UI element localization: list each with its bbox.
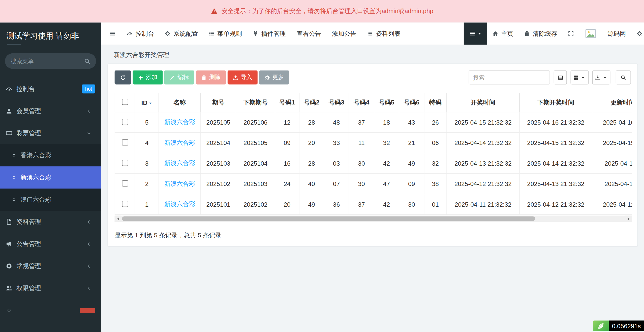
export-dropdown-button[interactable]: [592, 70, 610, 84]
column-header-next-issue[interactable]: 下期期号: [236, 93, 275, 112]
trash-icon: [201, 75, 207, 80]
nav-add-announcement[interactable]: 添加公告: [327, 23, 362, 45]
column-header-n5[interactable]: 号码5: [374, 93, 399, 112]
pencil-icon: [170, 75, 175, 80]
row-checkbox[interactable]: [122, 201, 128, 207]
cell-n3: 07: [324, 174, 349, 194]
cell-update-time: 2025-04-12 20: [592, 194, 632, 214]
sidebar-toggle-button[interactable]: [104, 23, 122, 45]
select-all-checkbox[interactable]: [122, 99, 128, 105]
column-header-n4[interactable]: 号码4: [349, 93, 374, 112]
cell-draw-time: 2025-04-13 21:32:32: [447, 153, 519, 173]
refresh-button[interactable]: [115, 70, 131, 84]
column-header-special[interactable]: 特码: [424, 93, 447, 112]
cell-n1: 16: [275, 153, 299, 173]
cell-name-link[interactable]: 新澳六合彩: [159, 174, 201, 194]
button-label: 更多: [272, 74, 284, 81]
settings-gear-button[interactable]: [631, 23, 644, 45]
nav-menu-dropdown[interactable]: [464, 23, 487, 45]
table-search-input[interactable]: [469, 70, 550, 84]
sidebar-item-lottery[interactable]: 彩票管理: [0, 122, 101, 144]
list-icon: [209, 31, 214, 36]
edit-button[interactable]: 编辑: [164, 70, 194, 84]
gear-icon: [637, 31, 642, 36]
column-header-n3[interactable]: 号码3: [324, 93, 349, 112]
import-button[interactable]: 导入: [228, 70, 258, 84]
trace-toggle-button[interactable]: [593, 320, 609, 331]
nav-view-announcement[interactable]: 查看公告: [291, 23, 326, 45]
table-body: 5 新澳六合彩 2025105 2025106 12 28 48 37 18 4…: [115, 112, 632, 214]
menu-search: [5, 53, 96, 69]
scrollbar-track[interactable]: [121, 216, 625, 222]
add-button[interactable]: 添加: [133, 70, 163, 84]
sidebar-item-xinao-lottery[interactable]: 新澳六合彩: [0, 166, 101, 189]
column-header-name[interactable]: 名称: [159, 93, 201, 112]
hot-badge: hot: [82, 84, 95, 93]
sidebar-item-members[interactable]: 会员管理: [0, 100, 101, 122]
cell-name-link[interactable]: 新澳六合彩: [159, 133, 201, 153]
sidebar-item-macau-lottery[interactable]: 澳门六合彩: [0, 189, 101, 211]
export-icon: [595, 75, 600, 80]
nav-plugin-management[interactable]: 插件管理: [247, 23, 291, 45]
select-all-header[interactable]: [115, 93, 135, 112]
columns-dropdown-button[interactable]: [571, 70, 589, 84]
scroll-left-button[interactable]: [115, 216, 121, 222]
site-title: 测试学习使用 请勿非: [0, 23, 101, 44]
cell-n2: 40: [299, 174, 324, 194]
column-header-next-draw-time[interactable]: 下期开奖时间: [519, 93, 592, 112]
nav-system-config[interactable]: 系统配置: [159, 23, 203, 45]
fullscreen-button[interactable]: [563, 23, 579, 45]
cell-name-link[interactable]: 新澳六合彩: [159, 112, 201, 132]
more-button[interactable]: 更多: [259, 70, 289, 84]
column-header-id[interactable]: ID: [135, 93, 159, 112]
nav-label: 系统配置: [173, 30, 198, 38]
admin-page: 安全提示：为了你的后台安全，请勿将后台管理入口设置为admin或admin.ph…: [0, 0, 644, 332]
sidebar-item-partial[interactable]: [0, 299, 101, 321]
sidebar-item-announcement[interactable]: 公告管理: [0, 233, 101, 255]
sidebar-item-hk-lottery[interactable]: 香港六合彩: [0, 144, 101, 166]
user-avatar[interactable]: [579, 23, 602, 45]
nav-dashboard[interactable]: 控制台: [121, 23, 159, 45]
nav-home[interactable]: 主页: [487, 23, 519, 45]
image-icon: [585, 28, 596, 39]
scroll-right-button[interactable]: [625, 216, 632, 222]
cell-next-issue: 2025106: [236, 112, 275, 132]
scrollbar-thumb[interactable]: [122, 216, 535, 221]
cell-id: 5: [135, 112, 159, 132]
button-label: 添加: [146, 74, 158, 81]
row-checkbox[interactable]: [122, 180, 128, 186]
delete-button[interactable]: 删除: [196, 70, 226, 84]
column-header-issue[interactable]: 期号: [201, 93, 236, 112]
sidebar-item-data[interactable]: 资料管理: [0, 211, 101, 233]
nav-label: 菜单规则: [217, 30, 242, 38]
column-header-n2[interactable]: 号码2: [299, 93, 324, 112]
sidebar-item-label: 会员管理: [16, 107, 41, 115]
nav-label: 插件管理: [261, 30, 286, 38]
row-checkbox[interactable]: [122, 119, 128, 125]
cell-n4: 11: [349, 133, 374, 153]
nav-source-site[interactable]: 源码网: [602, 23, 631, 45]
sidebar-item-permissions[interactable]: 权限管理: [0, 277, 101, 299]
column-header-update-time[interactable]: 更新时间: [592, 93, 632, 112]
sidebar-item-general[interactable]: 常规管理: [0, 255, 101, 277]
cell-name-link[interactable]: 新澳六合彩: [159, 194, 201, 214]
toggle-view-button[interactable]: [554, 70, 567, 84]
caret-down-icon: [580, 75, 586, 80]
nav-data-list[interactable]: 资料列表: [362, 23, 406, 45]
nav-clear-cache[interactable]: 清除缓存: [519, 23, 563, 45]
circle-icon: [12, 153, 17, 158]
sidebar-item-dashboard[interactable]: 控制台 hot: [0, 78, 101, 100]
row-checkbox[interactable]: [122, 160, 128, 166]
cell-n6: 43: [399, 112, 424, 132]
menu-search-input[interactable]: [11, 58, 81, 64]
column-header-n1[interactable]: 号码1: [275, 93, 299, 112]
nav-menu-rules[interactable]: 菜单规则: [203, 23, 247, 45]
row-checkbox[interactable]: [122, 139, 128, 145]
column-header-draw-time[interactable]: 开奖时间: [447, 93, 519, 112]
nav-label: 添加公告: [332, 30, 357, 38]
users-icon: [6, 285, 12, 291]
cell-name-link[interactable]: 新澳六合彩: [159, 153, 201, 173]
search-button[interactable]: [616, 70, 631, 84]
column-header-n6[interactable]: 号码6: [399, 93, 424, 112]
gear-icon: [264, 75, 270, 80]
